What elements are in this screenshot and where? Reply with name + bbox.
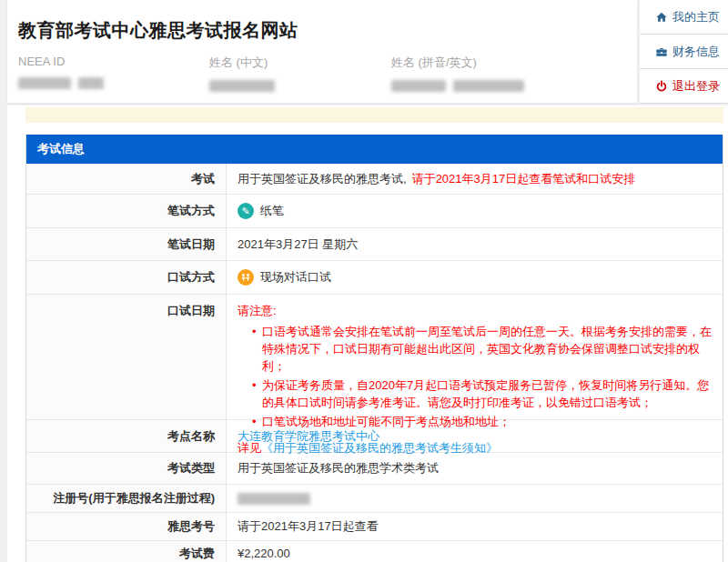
oral-mode-label: 口试方式 xyxy=(26,261,227,294)
main-content: 考试信息 考试 用于英国签证及移民的雅思考试, 请于2021年3月17日起查看笔… xyxy=(7,105,728,562)
written-date-label: 笔试日期 xyxy=(26,228,227,260)
ielts-no-value: 请于2021年3月17日起查看 xyxy=(227,513,723,540)
exam-type-value: 用于英国签证及移民的雅思学术类考试 xyxy=(227,453,723,484)
reg-no-label: 注册号(用于雅思报名注册过程) xyxy=(26,485,227,512)
page: 教育部考试中心雅思考试报名网站 NEEA ID 姓名 (中文) 姓名 (拼音/英… xyxy=(0,0,728,562)
redacted-name-en-2 xyxy=(453,80,524,92)
pencil-icon: ✎ xyxy=(238,203,254,219)
neea-id-label: NEEA ID xyxy=(18,55,209,68)
user-info: NEEA ID 姓名 (中文) 姓名 (拼音/英文) xyxy=(18,55,628,92)
sidebar-item-home[interactable]: 我的主页 xyxy=(640,0,728,35)
exam-value: 用于英国签证及移民的雅思考试, xyxy=(238,171,407,187)
name-en-label: 姓名 (拼音/英文) xyxy=(391,55,628,71)
written-mode-value: 纸笔 xyxy=(260,203,284,219)
notice-bullet-2: 为保证考务质量，自2020年7月起口语考试预定服务已暂停，恢复时间将另行通知。您… xyxy=(252,376,712,411)
sidebar: 我的主页 财务信息 退出登录 xyxy=(640,0,728,104)
table-row-written-mode: 笔试方式 ✎ 纸笔 xyxy=(26,195,723,228)
reg-no-value-cell xyxy=(227,485,723,512)
briefcase-icon xyxy=(655,45,668,58)
notice-bullet-3: 口笔试场地和地址可能不同于考点场地和地址； xyxy=(252,413,712,430)
exam-info-table: 考试信息 考试 用于英国签证及移民的雅思考试, 请于2021年3月17日起查看笔… xyxy=(25,135,723,562)
notice-title: 请注意: xyxy=(238,302,712,319)
oral-date-value-cell: 请注意: 口语考试通常会安排在笔试前一周至笔试后一周的任意一天。根据考务安排的需… xyxy=(227,295,723,419)
name-cn-label: 姓名 (中文) xyxy=(209,55,391,71)
table-row-oral-date: 口试日期 请注意: 口语考试通常会安排在笔试前一周至笔试后一周的任意一天。根据考… xyxy=(26,295,723,420)
table-row-written-date: 笔试日期 2021年3月27日 星期六 xyxy=(26,228,723,261)
table-row-ielts-no: 雅思考号 请于2021年3月17日起查看 xyxy=(26,513,723,541)
test-center-link[interactable]: 大连教育学院雅思考试中心 xyxy=(238,428,379,445)
table-row-exam-type: 考试类型 用于英国签证及移民的雅思学术类考试 xyxy=(26,453,723,485)
table-row-fee: 考试费 ¥2,220.00 xyxy=(26,541,723,562)
table-title: 考试信息 xyxy=(26,135,723,164)
oral-mode-value: 现场对话口试 xyxy=(260,269,331,286)
sidebar-item-home-label: 我的主页 xyxy=(672,9,720,25)
oral-mode-value-cell: 现场对话口试 xyxy=(227,261,723,294)
page-title: 教育部考试中心雅思考试报名网站 xyxy=(7,0,637,43)
oral-date-label: 口试日期 xyxy=(26,295,227,419)
table-row-reg-no: 注册号(用于雅思报名注册过程) xyxy=(26,485,723,513)
sidebar-item-finance-label: 财务信息 xyxy=(672,44,720,60)
exam-type-label: 考试类型 xyxy=(26,453,227,484)
redacted-reg-no xyxy=(238,493,310,505)
notice-list: 口语考试通常会安排在笔试前一周至笔试后一周的任意一天。根据考务安排的需要，在特殊… xyxy=(238,323,712,430)
exam-label: 考试 xyxy=(26,164,227,194)
exam-value-cell: 用于英国签证及移民的雅思考试, 请于2021年3月17日起查看笔试和口试安排 xyxy=(227,164,723,194)
field-name-en: 姓名 (拼音/英文) xyxy=(391,55,628,92)
table-row-oral-mode: 口试方式 现场对话口试 xyxy=(26,261,723,295)
table-row-exam: 考试 用于英国签证及移民的雅思考试, 请于2021年3月17日起查看笔试和口试安… xyxy=(26,164,723,195)
redacted-name-en xyxy=(391,80,446,92)
exam-notice: 请于2021年3月17日起查看笔试和口试安排 xyxy=(412,171,636,187)
written-mode-label: 笔试方式 xyxy=(26,195,227,227)
ielts-no-label: 雅思考号 xyxy=(26,513,227,540)
notice-bar xyxy=(25,107,723,123)
site-header: 教育部考试中心雅思考试报名网站 NEEA ID 姓名 (中文) 姓名 (拼音/英… xyxy=(7,0,637,103)
interview-icon xyxy=(238,269,254,286)
written-date-value: 2021年3月27日 星期六 xyxy=(227,228,723,260)
field-name-cn: 姓名 (中文) xyxy=(209,55,391,92)
field-neea-id: NEEA ID xyxy=(18,55,209,92)
notice-bullet-1: 口语考试通常会安排在笔试前一周至笔试后一周的任意一天。根据考务安排的需要，在特殊… xyxy=(252,323,712,375)
power-icon xyxy=(655,80,668,93)
home-icon xyxy=(655,11,668,24)
redacted-neea-id-2 xyxy=(78,77,104,89)
sidebar-item-logout-label: 退出登录 xyxy=(672,78,720,95)
fee-value: ¥2,220.00 xyxy=(227,541,723,562)
sidebar-item-logout[interactable]: 退出登录 xyxy=(640,69,728,104)
redacted-name-cn xyxy=(209,80,275,92)
written-mode-value-cell: ✎ 纸笔 xyxy=(227,195,723,227)
center-label: 考点名称 xyxy=(26,420,227,452)
sidebar-item-finance[interactable]: 财务信息 xyxy=(640,35,728,69)
fee-label: 考试费 xyxy=(26,541,227,562)
redacted-neea-id xyxy=(18,77,71,89)
